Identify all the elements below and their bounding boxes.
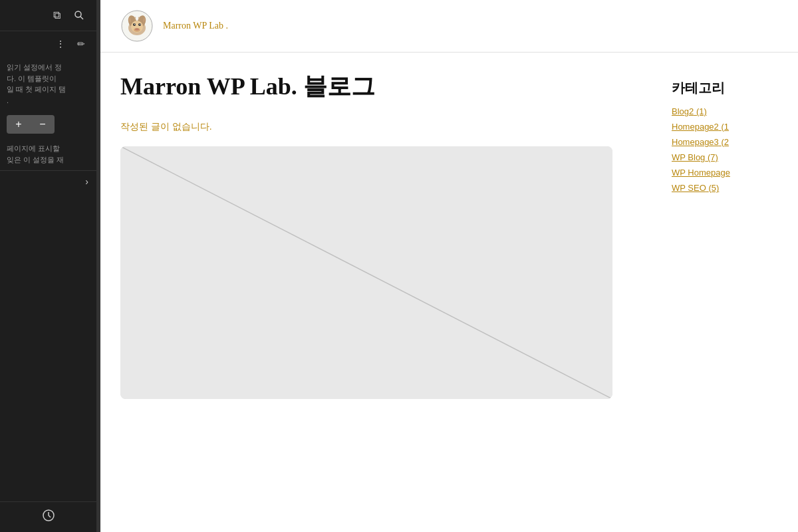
category-wp-homepage[interactable]: WP Homepage [672, 168, 778, 178]
categories-title: 카테고리 [672, 79, 778, 97]
edit-button[interactable]: ✏ [74, 37, 88, 51]
placeholder-image [120, 146, 612, 399]
site-name-text: Marron WP Lab . [163, 21, 228, 31]
sidebar-bottom-description: 페이지에 표시할 잊은 이 설정을 재 [0, 138, 96, 170]
add-remove-controls: + − [7, 115, 90, 134]
category-wp-blog[interactable]: WP Blog (7) [672, 152, 778, 162]
sidebar-history-section [0, 501, 96, 532]
no-posts-message: 작성된 글이 없습니다. [120, 121, 652, 133]
svg-line-1 [80, 17, 83, 19]
more-options-button[interactable]: ⋮ [53, 37, 68, 51]
page-content: Marron WP Lab. 블로그 작성된 글이 없습니다. 카테고리 Blo… [100, 53, 798, 419]
expand-button[interactable]: › [85, 176, 88, 187]
svg-point-0 [75, 11, 81, 17]
page-title: Marron WP Lab. 블로그 [120, 72, 652, 101]
categories-sidebar: 카테고리 Blog2 (1) Homepage2 (1 Homepage3 (2… [672, 72, 778, 399]
category-homepage2[interactable]: Homepage2 (1 [672, 122, 778, 132]
sidebar-actions-bar: ⋮ ✏ [0, 31, 96, 57]
left-sidebar: ⧉ ⋮ ✏ 읽기 설정에서 정 다. 이 템플릿이 일 때 첫 페이지 탬 . … [0, 0, 96, 532]
main-area: Marron WP Lab. 블로그 작성된 글이 없습니다. [120, 72, 652, 399]
sidebar-description-text: 읽기 설정에서 정 다. 이 템플릿이 일 때 첫 페이지 탬 . [0, 57, 96, 111]
add-button[interactable]: + [7, 115, 31, 134]
sidebar-chevron-section: › [0, 170, 96, 192]
remove-button[interactable]: − [31, 115, 55, 134]
svg-point-9 [133, 23, 136, 26]
category-blog2[interactable]: Blog2 (1) [672, 106, 778, 116]
site-logo [120, 9, 154, 43]
svg-point-10 [138, 23, 141, 26]
svg-point-11 [134, 24, 135, 25]
svg-point-13 [135, 29, 139, 31]
category-wp-seo[interactable]: WP SEO (5) [672, 183, 778, 193]
main-content-area: Marron WP Lab . Marron WP Lab. 블로그 작성된 글… [100, 0, 798, 532]
svg-point-12 [140, 24, 140, 25]
history-button[interactable] [42, 509, 55, 525]
category-homepage3[interactable]: Homepage3 (2 [672, 137, 778, 147]
search-button[interactable] [71, 7, 87, 24]
open-in-new-button[interactable]: ⧉ [51, 7, 63, 24]
sidebar-top-bar: ⧉ [0, 0, 96, 31]
site-header: Marron WP Lab . [100, 0, 798, 53]
